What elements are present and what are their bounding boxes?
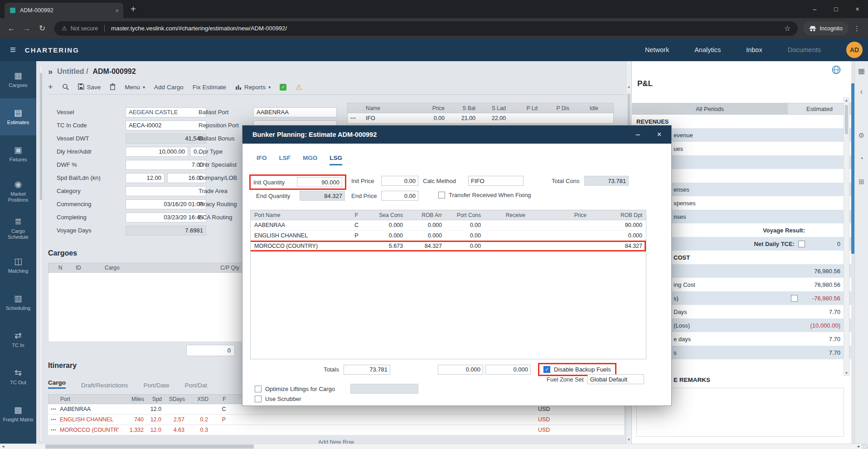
tab-close-icon[interactable]: × <box>115 7 119 14</box>
init-quantity-field[interactable]: 90.000 <box>297 177 342 187</box>
cell-sea-cons[interactable]: 5.673 <box>365 243 407 249</box>
expand-panel-icon[interactable]: » <box>48 67 53 77</box>
dwf-field[interactable]: 7.00 <box>126 160 206 170</box>
search-icon[interactable] <box>62 83 69 92</box>
header-cell-idle[interactable]: Idle <box>572 105 601 111</box>
new-estimate-icon[interactable]: + <box>48 82 53 92</box>
cell-rob-arr[interactable]: 0.000 <box>407 232 446 239</box>
tab-lsf[interactable]: LSF <box>279 154 291 165</box>
hamburger-icon[interactable]: ≡ <box>10 45 16 55</box>
sidebar-item-matching[interactable]: ◫Matching <box>0 247 36 284</box>
calc-method-field[interactable]: FIFO <box>468 176 524 186</box>
header-cell-xsd[interactable]: XSD <box>185 396 209 402</box>
row-handle-icon[interactable]: ••• <box>48 428 60 432</box>
pnl-col-all-periods[interactable]: All Periods <box>632 103 788 114</box>
cell-rob-dpt[interactable]: 0.000 <box>590 232 646 239</box>
tce-checkbox[interactable] <box>798 241 805 247</box>
fuel-zone-field[interactable]: Global Default <box>587 374 644 384</box>
cell-xsd[interactable]: 0.2 <box>184 416 208 423</box>
nav-item-documents[interactable]: Documents <box>788 46 821 53</box>
pnl-scrollbar[interactable]: ▲ ▼ <box>844 97 849 376</box>
completing-field[interactable]: 03/23/20 16:45 <box>126 212 206 222</box>
cell-spd[interactable]: 12.0 <box>144 406 161 412</box>
back-icon[interactable]: ← <box>5 22 18 35</box>
window-close-button[interactable]: × <box>847 0 868 18</box>
header-cell-cpqty[interactable]: C/P Qty <box>210 265 239 271</box>
cell-rob-dpt[interactable]: 90.000 <box>590 222 646 228</box>
nav-item-analytics[interactable]: Analytics <box>694 46 721 53</box>
modal-titlebar[interactable]: Bunker Planning: Estimate ADM-000992 – × <box>242 126 671 144</box>
cell-f[interactable]: C <box>208 406 240 412</box>
reload-icon[interactable]: ↻ <box>35 22 49 35</box>
ballast-port-field[interactable]: AABENRAA <box>253 107 337 117</box>
itinerary-row[interactable]: ••• MOROCCO (COUNTRY 1,332 12.0 4.63 0.3… <box>48 425 624 435</box>
cell-port-cons[interactable]: 0.00 <box>446 222 485 228</box>
header-cell-slad[interactable]: S Lad <box>478 105 509 111</box>
cell-spd[interactable]: 12.0 <box>144 416 161 423</box>
cell-sdays[interactable]: 2.57 <box>161 416 184 423</box>
omnibox[interactable]: ⚠ Not secure master.tyche.veslink.com/#c… <box>54 21 798 36</box>
bunker-grid-row-highlighted[interactable]: MOROCCO (COUNTRY) 5.673 84.327 0.00 84.3… <box>251 241 646 251</box>
header-cell-price[interactable]: Price <box>529 212 590 218</box>
sidebar-item-market-positions[interactable]: ◉Market Positions <box>0 173 36 210</box>
scrollbar-thumb[interactable] <box>45 444 254 449</box>
cell-port[interactable]: MOROCCO (COUNTRY <box>60 427 119 433</box>
tab-draft-restrictions[interactable]: Draft/Restrictions <box>81 382 128 389</box>
delete-icon[interactable] <box>110 83 116 92</box>
transfer-received-checkbox[interactable] <box>438 192 445 198</box>
header-cell-port-cons[interactable]: Port Cons <box>446 212 485 218</box>
bunker-grid-row[interactable]: ENGLISH CHANNEL P 0.000 0.000 0.00 0.000 <box>251 231 646 241</box>
cell-currency[interactable]: USD <box>538 425 550 435</box>
cell-sea-cons[interactable]: 0.000 <box>365 222 407 228</box>
url-text[interactable]: master.tyche.veslink.com/#chartering/est… <box>111 25 287 32</box>
category-field[interactable] <box>126 186 206 196</box>
modal-close-button[interactable]: × <box>657 130 661 139</box>
scroll-down-icon[interactable]: ▼ <box>626 438 631 442</box>
cell-port-name[interactable]: AABENRAA <box>251 222 348 228</box>
scrollbar-thumb[interactable] <box>845 105 848 134</box>
sidebar-item-cargoes[interactable]: ▦Cargoes <box>0 61 36 98</box>
tab-mgo[interactable]: MGO <box>303 154 317 165</box>
modal-minimize-button[interactable]: – <box>636 130 640 139</box>
header-cell-pld[interactable]: P Ld <box>509 105 540 111</box>
cell-f[interactable]: C <box>348 222 365 228</box>
row-handle-icon[interactable]: ••• <box>48 417 60 422</box>
bunker-grid-row[interactable]: AABENRAA C 0.000 0.000 0.00 90.000 <box>251 220 646 231</box>
cell-rob-dpt[interactable]: 84.327 <box>590 243 646 249</box>
cell-port-cons[interactable]: 0.00 <box>446 243 485 249</box>
new-tab-button[interactable]: + <box>131 5 136 14</box>
header-cell-pdis[interactable]: P Dis <box>540 105 572 111</box>
sidebar-item-estimates[interactable]: ▤Estimates <box>0 98 36 135</box>
cell-port[interactable]: AABENRAA <box>60 406 119 412</box>
row-handle-icon[interactable]: ••• <box>348 116 363 121</box>
add-cargo-button[interactable]: Add Cargo <box>154 84 184 91</box>
header-cell-miles[interactable]: Miles <box>119 396 144 402</box>
scroll-down-icon[interactable]: ▼ <box>844 371 849 375</box>
cell-f[interactable]: P <box>348 232 365 239</box>
header-cell-cargo[interactable]: Cargo <box>101 265 210 271</box>
header-cell-sdays[interactable]: SDays <box>162 396 185 402</box>
cell-xsd[interactable]: 0.3 <box>184 427 208 433</box>
cell-rob-arr[interactable]: 0.000 <box>407 222 446 228</box>
header-cell-sbal[interactable]: S Bal <box>447 105 478 111</box>
cell-sea-cons[interactable]: 0.000 <box>365 232 407 239</box>
header-cell-n[interactable]: N <box>48 265 72 271</box>
dly-hire-field[interactable]: 10,000.00 <box>126 147 188 157</box>
end-price-field[interactable]: 0.00 <box>381 191 418 201</box>
add-new-row-button[interactable]: Add New Row <box>48 439 624 444</box>
disable-backup-fuels-checkbox[interactable]: ✓ <box>543 366 550 373</box>
nav-item-inbox[interactable]: Inbox <box>746 46 762 53</box>
pnl-col-estimated[interactable]: Estimated <box>788 103 851 114</box>
nav-item-network[interactable]: Network <box>645 46 669 53</box>
reports-button[interactable]: Reports ▾ <box>235 84 271 91</box>
header-cell-spd[interactable]: Spd <box>144 396 162 402</box>
horizontal-scrollbar[interactable]: ◄ ► <box>0 444 868 449</box>
cell-currency[interactable]: USD <box>538 415 550 425</box>
sidebar-item-tc-in[interactable]: ⇄TC In <box>0 321 36 358</box>
tab-ifo[interactable]: IFO <box>257 154 267 165</box>
globe-icon[interactable] <box>831 65 841 76</box>
itinerary-row[interactable]: ••• ENGLISH CHANNEL 740 12.0 2.57 0.2 P … <box>48 415 624 425</box>
use-scrubber-checkbox[interactable] <box>255 396 262 402</box>
panel-splitter[interactable] <box>851 83 854 254</box>
sidebar-item-fixtures[interactable]: ▣Fixtures <box>0 135 36 173</box>
